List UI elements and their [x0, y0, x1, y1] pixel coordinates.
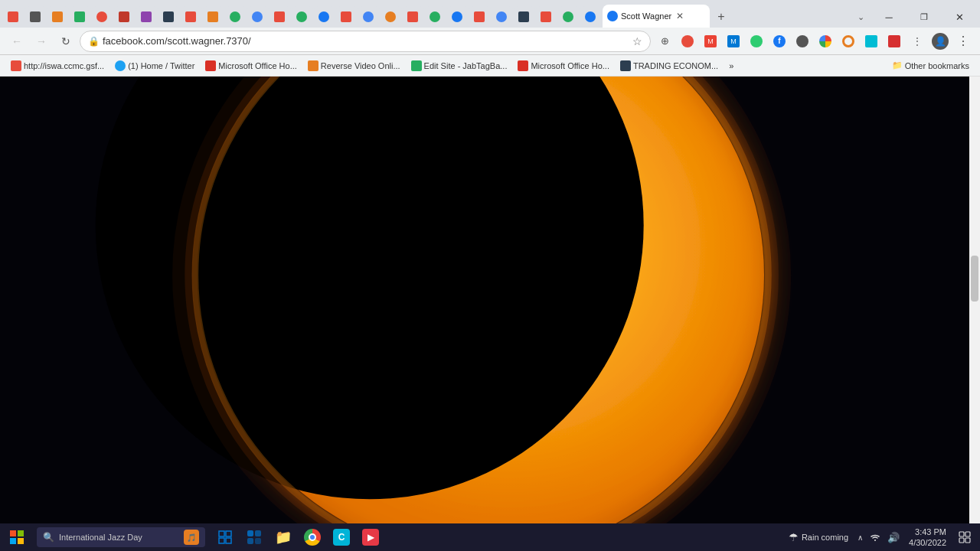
weather-icon: ☂: [789, 531, 799, 543]
tab-item-4[interactable]: [70, 6, 91, 28]
browser-chrome: Scott Wagner ✕ + ⌄ ─ ❐ ✕ ← → ↻ 🔒 ☆ ⊕ M: [0, 0, 980, 77]
extension-orange-ring[interactable]: [838, 31, 859, 52]
tab-item-5[interactable]: [92, 6, 113, 28]
clock-area[interactable]: 3:43 PM 4/30/2022: [903, 527, 952, 549]
extension-square-red[interactable]: [884, 31, 905, 52]
tab-item-12[interactable]: [247, 6, 269, 28]
weather-notification[interactable]: ☂ Rain coming: [782, 531, 854, 543]
svg-rect-8: [10, 530, 16, 536]
close-button[interactable]: ✕: [942, 6, 977, 28]
extension-teal[interactable]: [861, 31, 882, 52]
tab-item-22[interactable]: [469, 6, 491, 28]
address-bar[interactable]: [103, 35, 629, 47]
tab-item-13[interactable]: [270, 6, 291, 28]
svg-rect-20: [959, 532, 964, 536]
profile-button[interactable]: 👤: [929, 31, 951, 52]
tab-bar: Scott Wagner ✕ + ⌄ ─ ❐ ✕: [0, 0, 980, 28]
svg-rect-21: [965, 532, 970, 536]
address-bar-container[interactable]: 🔒 ☆: [80, 31, 651, 52]
nav-bar: ← → ↻ 🔒 ☆ ⊕ M M f ⋮ 👤 ⋮: [0, 28, 980, 55]
tab-item-25[interactable]: [536, 6, 557, 28]
tab-item-18[interactable]: [381, 6, 402, 28]
scrollbar-thumb[interactable]: [971, 256, 978, 302]
taskbar-pinned-icons: 📁 C ▶: [211, 523, 384, 551]
extension-fb[interactable]: f: [769, 31, 790, 52]
extension-green[interactable]: [746, 31, 767, 52]
tab-item-11[interactable]: [225, 6, 247, 28]
bookmark-3[interactable]: Microsoft Office Ho...: [201, 59, 302, 73]
tab-item-3[interactable]: [47, 6, 69, 28]
other-bookmarks-folder[interactable]: 📁 Other bookmarks: [887, 59, 974, 72]
extension-icon-1[interactable]: ⊕: [654, 31, 675, 52]
minimize-button[interactable]: ─: [871, 6, 906, 28]
extension-red-1[interactable]: [677, 31, 698, 52]
tab-item-6[interactable]: [114, 6, 136, 28]
tab-item-19[interactable]: [403, 6, 424, 28]
taskbar-search-input[interactable]: [59, 533, 179, 542]
tab-item-15[interactable]: [314, 6, 335, 28]
extension-circle[interactable]: [792, 31, 813, 52]
tab-item-16[interactable]: [336, 6, 358, 28]
taskbar: 🔍 🎵 📁: [0, 523, 980, 551]
network-icon[interactable]: [866, 523, 884, 551]
system-tray: ☂ Rain coming ∧ 🔊 3:43 PM 4/30/2022: [782, 523, 980, 551]
tab-item-23[interactable]: [492, 6, 513, 28]
bookmark-1[interactable]: http://iswa.ccmc.gsf...: [6, 59, 109, 73]
forward-button[interactable]: →: [31, 31, 52, 52]
tab-item-27[interactable]: [580, 6, 602, 28]
tab-item-14[interactable]: [292, 6, 313, 28]
app-button-1[interactable]: C: [328, 523, 355, 551]
active-tab-label: Scott Wagner: [621, 11, 671, 21]
close-tab-button[interactable]: ✕: [676, 11, 684, 21]
tab-item-9[interactable]: [181, 6, 202, 28]
tab-item-21[interactable]: [447, 6, 469, 28]
start-button[interactable]: [0, 523, 34, 551]
extension-mail[interactable]: M: [700, 31, 721, 52]
svg-rect-9: [18, 530, 24, 536]
tab-item-17[interactable]: [358, 6, 380, 28]
bookmark-4[interactable]: Reverse Video Onli...: [303, 59, 405, 73]
bookmark-7[interactable]: TRADING ECONOM...: [616, 59, 723, 73]
notification-button[interactable]: [952, 523, 977, 551]
widgets-button[interactable]: [240, 523, 268, 551]
reload-button[interactable]: ↻: [55, 31, 77, 52]
nav-right-icons: ⊕ M M f ⋮ 👤 ⋮: [654, 31, 974, 52]
weather-text: Rain coming: [802, 533, 848, 542]
restore-button[interactable]: ❐: [906, 6, 942, 28]
tab-item-7[interactable]: [136, 6, 158, 28]
tray-chevron[interactable]: ∧: [854, 523, 866, 551]
tab-search-button[interactable]: ⌄: [850, 6, 871, 28]
bookmark-6[interactable]: Microsoft Office Ho...: [513, 59, 614, 73]
lock-icon: 🔒: [88, 36, 100, 47]
back-button[interactable]: ←: [6, 31, 28, 52]
new-tab-button[interactable]: +: [710, 6, 732, 28]
bookmark-star-icon[interactable]: ☆: [632, 35, 642, 47]
tab-item-1[interactable]: [3, 6, 24, 28]
task-view-button[interactable]: [211, 523, 239, 551]
menu-button[interactable]: ⋮: [952, 31, 974, 52]
app-button-2[interactable]: ▶: [357, 523, 384, 551]
chrome-browser-button[interactable]: [299, 523, 326, 551]
file-explorer-button[interactable]: 📁: [270, 523, 297, 551]
search-icons: 🎵: [184, 530, 199, 545]
tab-item-2[interactable]: [25, 6, 47, 28]
tab-item-20[interactable]: [425, 6, 446, 28]
tab-item-26[interactable]: [558, 6, 580, 28]
bookmarks-more-button[interactable]: »: [724, 60, 738, 72]
eclipse-image: [0, 77, 980, 523]
volume-icon[interactable]: 🔊: [884, 523, 903, 551]
tab-item-24[interactable]: [514, 6, 535, 28]
tab-item-8[interactable]: [158, 6, 180, 28]
extension-chrome-1[interactable]: [815, 31, 836, 52]
taskbar-search-icon: 🔍: [43, 532, 54, 543]
active-tab[interactable]: Scott Wagner ✕: [603, 5, 710, 28]
main-content: [0, 77, 980, 523]
taskbar-search-bar[interactable]: 🔍 🎵: [37, 527, 205, 547]
svg-rect-14: [219, 538, 224, 543]
tab-item-10[interactable]: [203, 6, 224, 28]
extension-ms[interactable]: M: [723, 31, 744, 52]
extensions-button[interactable]: ⋮: [906, 31, 928, 52]
bookmark-5[interactable]: Edit Site - JabTagBa...: [407, 59, 512, 73]
bookmark-2[interactable]: (1) Home / Twitter: [110, 59, 199, 73]
window-controls: ⌄ ─ ❐ ✕: [850, 6, 977, 28]
